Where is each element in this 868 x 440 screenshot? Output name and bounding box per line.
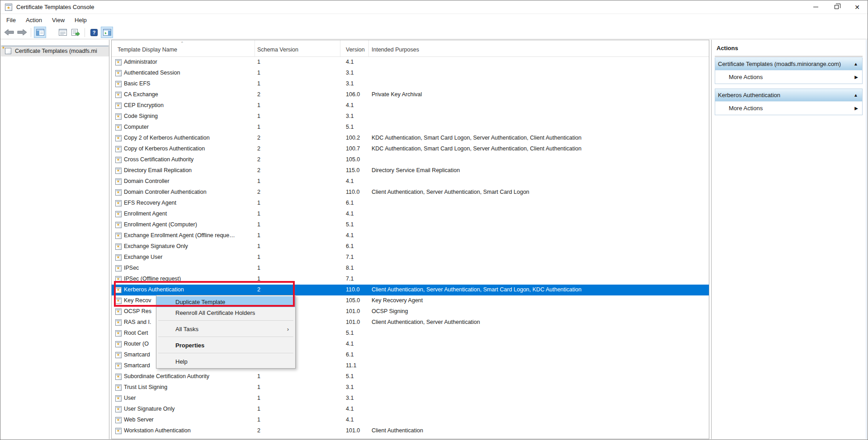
submenu-arrow-icon: ›	[287, 326, 289, 332]
cell-template-name: Kerberos Authentication	[124, 286, 184, 293]
table-row[interactable]: Domain Controller14.1	[112, 176, 709, 187]
table-row[interactable]: Workstation Authentication2101.0Client A…	[112, 426, 709, 436]
table-row[interactable]: Web Server14.1	[112, 415, 709, 426]
back-icon	[4, 29, 14, 36]
more-actions-item[interactable]: More Actions▶	[715, 70, 862, 84]
forward-button[interactable]	[16, 27, 28, 38]
help-icon: ?	[90, 29, 98, 36]
cell-template-name: Key Recov	[124, 297, 151, 304]
cell-version: 5.1	[346, 330, 354, 336]
actions-section-header-certificate-templates-moadfs-miniorange-com-[interactable]: Certificate Templates (moadfs.miniorange…	[715, 58, 862, 70]
cell-version: 5.1	[346, 124, 354, 130]
properties-button[interactable]	[57, 27, 69, 38]
table-row[interactable]: IPSec18.1	[112, 263, 709, 274]
menu-item-properties[interactable]: Properties	[156, 340, 295, 351]
column-header-schema-version[interactable]: Schema Version	[257, 47, 298, 53]
column-header-version[interactable]: Version	[346, 47, 365, 53]
table-row[interactable]: Domain Controller Authentication2110.0Cl…	[112, 187, 709, 198]
actions-scrollbar[interactable]	[866, 40, 867, 439]
table-row[interactable]: Authenticated Session13.1	[112, 68, 709, 79]
menu-help[interactable]: Help	[70, 15, 92, 25]
table-row[interactable]: EFS Recovery Agent16.1	[112, 198, 709, 209]
table-row[interactable]: Enrollment Agent14.1	[112, 209, 709, 220]
restore-icon	[835, 5, 839, 9]
table-row[interactable]: IPSec (Offline request)17.1	[112, 274, 709, 285]
column-separator[interactable]	[368, 40, 369, 56]
certificate-template-icon	[115, 168, 122, 174]
restore-button[interactable]	[826, 0, 847, 14]
table-row[interactable]: Copy 2 of Kerberos Authentication2100.2K…	[112, 133, 709, 144]
cell-version: 6.1	[346, 243, 354, 249]
cell-schema-version: 1	[257, 406, 260, 412]
cell-template-name: EFS Recovery Agent	[124, 200, 176, 206]
cell-version: 3.1	[346, 70, 354, 76]
column-header-intended-purposes[interactable]: Intended Purposes	[372, 47, 419, 53]
chevron-right-icon: ▶	[854, 75, 858, 80]
table-row[interactable]: Enrollment Agent (Computer)15.1	[112, 220, 709, 230]
menu-item-duplicate-template[interactable]: Duplicate Template	[156, 296, 295, 307]
certificate-template-icon	[5, 48, 11, 54]
cell-version: 3.1	[346, 384, 354, 390]
menu-item-help[interactable]: Help	[156, 356, 295, 367]
minimize-button[interactable]	[805, 0, 826, 14]
certificate-template-icon	[115, 135, 122, 141]
tree-item-certificate-templates[interactable]: Certificate Templates (moadfs.mi	[1, 45, 109, 56]
actions-section-header-kerberos-authentication[interactable]: Kerberos Authentication▲	[715, 89, 862, 101]
certificate-template-icon	[115, 298, 122, 304]
cell-version: 3.1	[346, 113, 354, 119]
export-list-button[interactable]	[70, 27, 82, 38]
menu-action[interactable]: Action	[21, 15, 47, 25]
chevron-up-icon: ▲	[854, 61, 858, 66]
table-row[interactable]: Exchange User17.1	[112, 252, 709, 263]
column-header-template-display-name[interactable]: Template Display Name	[118, 47, 177, 53]
certificate-templates-console-window: Certificate Templates Console ✕ FileActi…	[0, 0, 868, 440]
table-row[interactable]: Trust List Signing13.1	[112, 382, 709, 393]
menu-file[interactable]: File	[1, 15, 21, 25]
column-separator[interactable]	[255, 40, 255, 56]
certificate-template-icon	[115, 103, 122, 109]
table-row[interactable]: CEP Encryption14.1	[112, 100, 709, 111]
table-row[interactable]: Code Signing13.1	[112, 111, 709, 122]
table-row[interactable]: Copy of Kerberos Authentication2100.7KDC…	[112, 144, 709, 154]
cell-template-name: Enrollment Agent (Computer)	[124, 221, 197, 228]
menu-view[interactable]: View	[47, 15, 70, 25]
window-title: Certificate Templates Console	[16, 4, 94, 10]
properties-icon	[59, 29, 67, 36]
cell-version: 7.1	[346, 276, 354, 282]
column-separator[interactable]	[340, 40, 340, 56]
table-row[interactable]: Administrator14.1	[112, 57, 709, 68]
table-row[interactable]: CA Exchange2106.0Private Key Archival	[112, 89, 709, 100]
table-row[interactable]: Directory Email Replication2115.0Directo…	[112, 165, 709, 176]
cell-intended-purposes: Client Authentication	[372, 427, 423, 434]
table-row[interactable]: Subordinate Certification Authority15.1	[112, 371, 709, 382]
table-row[interactable]: User Signature Only14.1	[112, 404, 709, 415]
menu-item-reenroll-all-certificate-holders[interactable]: Reenroll All Certificate Holders	[156, 307, 295, 318]
table-row[interactable]: Kerberos Authentication2110.0Client Auth…	[112, 285, 709, 295]
cell-template-name: Copy 2 of Kerberos Authentication	[124, 135, 210, 141]
table-row[interactable]: User13.1	[112, 393, 709, 404]
cell-schema-version: 1	[257, 417, 260, 423]
cell-version: 4.1	[346, 178, 354, 184]
certificate-template-icon	[115, 243, 122, 250]
table-row[interactable]: Basic EFS13.1	[112, 79, 709, 89]
table-row[interactable]: Cross Certification Authority2105.0	[112, 154, 709, 165]
table-row[interactable]: Computer15.1	[112, 122, 709, 133]
menu-item-all-tasks[interactable]: All Tasks›	[156, 323, 295, 334]
cell-schema-version: 1	[257, 59, 260, 65]
cell-intended-purposes: Client Authentication, Server Authentica…	[372, 189, 529, 195]
actions-section-label: Kerberos Authentication	[718, 92, 780, 98]
show-console-tree-button[interactable]	[34, 27, 46, 38]
table-row[interactable]: Exchange Enrollment Agent (Offline reque…	[112, 230, 709, 241]
show-action-pane-button[interactable]	[101, 27, 113, 38]
menu-item-label: Help	[175, 358, 188, 365]
certificate-template-icon	[115, 265, 122, 271]
more-actions-item[interactable]: More Actions▶	[715, 101, 862, 115]
cell-schema-version: 1	[257, 373, 260, 379]
cell-schema-version: 1	[257, 102, 260, 108]
template-list-pane: ⌃ Template Display NameSchema VersionVer…	[111, 40, 709, 439]
table-row[interactable]: Exchange Signature Only16.1	[112, 241, 709, 252]
cell-template-name: Smartcard	[124, 351, 150, 358]
back-button[interactable]	[3, 27, 15, 38]
help-button[interactable]: ?	[88, 27, 100, 38]
close-button[interactable]: ✕	[847, 0, 868, 14]
